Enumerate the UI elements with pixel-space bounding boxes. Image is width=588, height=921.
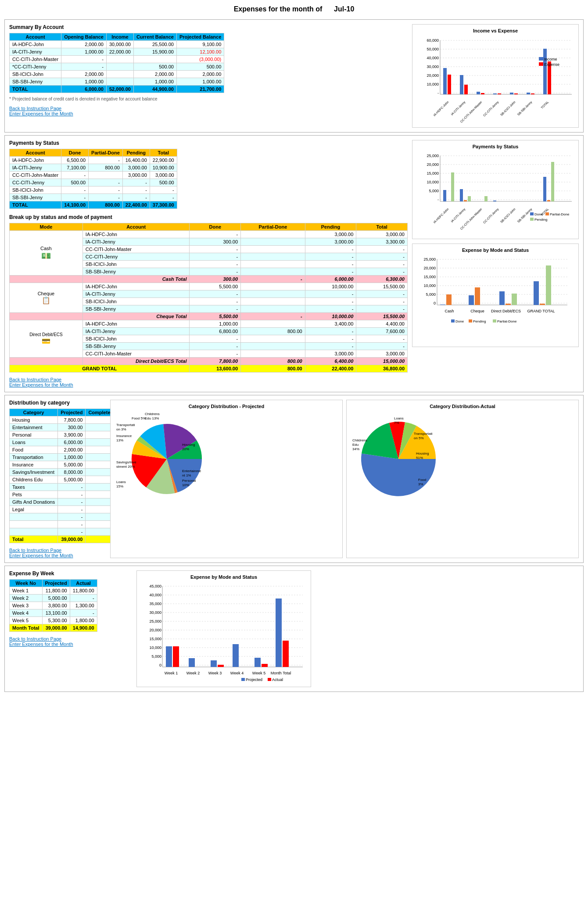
svg-text:Week 5: Week 5 bbox=[252, 671, 265, 675]
svg-rect-177 bbox=[255, 658, 261, 667]
svg-text:5,000: 5,000 bbox=[151, 654, 161, 659]
svg-rect-173 bbox=[189, 658, 195, 667]
svg-rect-180 bbox=[283, 641, 289, 667]
svg-text:Week 2: Week 2 bbox=[186, 671, 200, 675]
week-table: Week No Projected Actual Week 111,800.00… bbox=[9, 579, 97, 632]
svg-rect-175 bbox=[218, 665, 224, 667]
svg-rect-63 bbox=[484, 196, 488, 201]
svg-text:Transportati: Transportati bbox=[414, 432, 433, 436]
back-instruction-link-3[interactable]: Back to Instruction Page bbox=[9, 548, 106, 553]
svg-text:Personal: Personal bbox=[182, 479, 196, 483]
svg-text:15%: 15% bbox=[116, 484, 123, 488]
svg-text:Loans: Loans bbox=[394, 416, 404, 420]
svg-text:SB-ICICI-John: SB-ICICI-John bbox=[500, 208, 516, 224]
svg-text:60,000: 60,000 bbox=[427, 38, 439, 43]
enter-expenses-link-4[interactable]: Enter Expenses for the Month bbox=[9, 641, 132, 647]
svg-text:Month Total: Month Total bbox=[271, 671, 291, 675]
income-expense-chart: 60,000 50,000 40,000 30,000 20,000 10,00… bbox=[416, 35, 574, 123]
svg-text:TOTAL: TOTAL bbox=[540, 100, 549, 110]
table-row: SB-SBI-Jenny - - - - bbox=[10, 194, 177, 201]
svg-text:35,000: 35,000 bbox=[149, 602, 161, 606]
svg-text:Income: Income bbox=[544, 57, 557, 61]
table-row: Week 413,100.00- bbox=[10, 609, 97, 617]
section1-title: Summary By Account bbox=[9, 24, 408, 30]
svg-rect-39 bbox=[539, 62, 543, 66]
back-instruction-link-2[interactable]: Back to Instruction Page bbox=[9, 377, 408, 382]
enter-expenses-link-2[interactable]: Enter Expenses for the Month bbox=[9, 382, 408, 387]
svg-text:10,000: 10,000 bbox=[427, 180, 439, 184]
mode-status-chart: 25,000 20,000 15,000 10,000 5,000 0 bbox=[416, 254, 574, 342]
table-row: SB-SBI-Jenny 1,000.00 1,000.00 1,000.00 bbox=[10, 78, 224, 86]
svg-text:Food 5%: Food 5% bbox=[132, 416, 146, 420]
svg-rect-22 bbox=[493, 93, 497, 94]
section2-left: Payments by Status Account Done Partial-… bbox=[9, 140, 408, 387]
payments-table: Account Done Partial-Done Pending Total … bbox=[9, 149, 177, 209]
svg-text:Done: Done bbox=[455, 319, 464, 323]
total-row: Month Total39,000.0014,900.00 bbox=[10, 624, 97, 632]
svg-text:20,000: 20,000 bbox=[427, 162, 439, 167]
svg-rect-21 bbox=[481, 93, 484, 94]
section3-left: Distribution by category Category Projec… bbox=[9, 400, 106, 558]
subtotal-row: Cash Total 300.00 - 6,000.00 6,300.00 bbox=[10, 276, 408, 283]
breakdown-title: Break up by status and mode of payment bbox=[9, 214, 408, 220]
svg-rect-60 bbox=[468, 196, 471, 201]
chart4-title: Expense by Mode and Status bbox=[140, 574, 307, 580]
svg-text:nt 1%: nt 1% bbox=[182, 473, 191, 477]
svg-rect-70 bbox=[547, 200, 550, 201]
svg-text:Pending: Pending bbox=[534, 218, 547, 222]
svg-text:20,000: 20,000 bbox=[423, 266, 436, 270]
svg-text:Done: Done bbox=[534, 212, 543, 216]
svg-rect-107 bbox=[512, 294, 517, 305]
svg-text:20,000: 20,000 bbox=[149, 628, 161, 632]
svg-rect-178 bbox=[262, 664, 268, 667]
svg-text:Edu 13%: Edu 13% bbox=[145, 416, 159, 420]
svg-text:Partial-Done: Partial-Done bbox=[497, 319, 517, 323]
svg-text:Savings/Inve: Savings/Inve bbox=[116, 460, 136, 464]
svg-rect-110 bbox=[546, 265, 551, 305]
actual-pie-chart: Category Distribution-Actual bbox=[346, 400, 579, 558]
svg-text:10%: 10% bbox=[182, 483, 189, 487]
svg-text:10,000: 10,000 bbox=[423, 283, 436, 288]
svg-text:15,000: 15,000 bbox=[427, 171, 439, 176]
svg-text:Food: Food bbox=[418, 478, 426, 482]
svg-rect-37 bbox=[539, 57, 543, 61]
svg-text:IA-HDFC-John: IA-HDFC-John bbox=[433, 208, 449, 224]
svg-text:SB-ICICI-John: SB-ICICI-John bbox=[500, 100, 516, 117]
svg-text:3%: 3% bbox=[418, 482, 423, 486]
back-instruction-link-1[interactable]: Back to Instruction Page bbox=[9, 106, 408, 111]
svg-rect-106 bbox=[506, 304, 511, 305]
svg-text:25,000: 25,000 bbox=[427, 154, 439, 158]
svg-rect-100 bbox=[446, 294, 452, 305]
section4-box: Expense By Week Week No Projected Actual… bbox=[4, 566, 584, 692]
table-row: Week 33,800.001,300.00 bbox=[10, 602, 97, 609]
svg-rect-179 bbox=[276, 598, 282, 667]
back-instruction-link-4[interactable]: Back to Instruction Page bbox=[9, 636, 132, 641]
svg-text:Projected: Projected bbox=[246, 677, 262, 682]
section2-box: Payments by Status Account Done Partial-… bbox=[4, 135, 584, 392]
svg-text:stment 20%: stment 20% bbox=[116, 465, 135, 469]
enter-expenses-link-3[interactable]: Enter Expenses for the Month bbox=[9, 553, 106, 558]
table-row: Direct Debit/ECS💳 IA-HDFC-John 1,000.00 … bbox=[10, 320, 408, 328]
col-income: Income bbox=[106, 33, 133, 41]
svg-text:34%: 34% bbox=[352, 447, 359, 451]
svg-rect-58 bbox=[460, 189, 463, 201]
svg-text:on 3%: on 3% bbox=[116, 427, 126, 431]
svg-text:Transportati: Transportati bbox=[116, 423, 135, 427]
svg-rect-18 bbox=[460, 75, 463, 94]
svg-rect-105 bbox=[499, 291, 505, 305]
svg-text:CC-CITI-Jenny: CC-CITI-Jenny bbox=[483, 100, 500, 117]
svg-text:Actual: Actual bbox=[272, 677, 283, 682]
svg-text:Week 4: Week 4 bbox=[230, 671, 244, 675]
svg-text:13%: 13% bbox=[116, 438, 123, 442]
weekly-chart: 45,000 40,000 35,000 30,000 25,000 20,00… bbox=[140, 581, 307, 682]
svg-text:IA-CITI-Jenny: IA-CITI-Jenny bbox=[450, 100, 466, 116]
svg-text:51%: 51% bbox=[416, 456, 423, 460]
table-row: SB-ICICI-John - - - - bbox=[10, 186, 177, 194]
svg-text:Direct Debit/ECS: Direct Debit/ECS bbox=[491, 309, 521, 313]
footnote: * Projected balance of credit card is de… bbox=[9, 97, 408, 101]
svg-rect-81 bbox=[545, 212, 549, 215]
col-account: Account bbox=[10, 33, 61, 41]
svg-text:10,000: 10,000 bbox=[149, 645, 161, 650]
svg-text:Entertainme: Entertainme bbox=[182, 469, 201, 473]
enter-expenses-link-1[interactable]: Enter Expenses for the Month bbox=[9, 111, 408, 116]
